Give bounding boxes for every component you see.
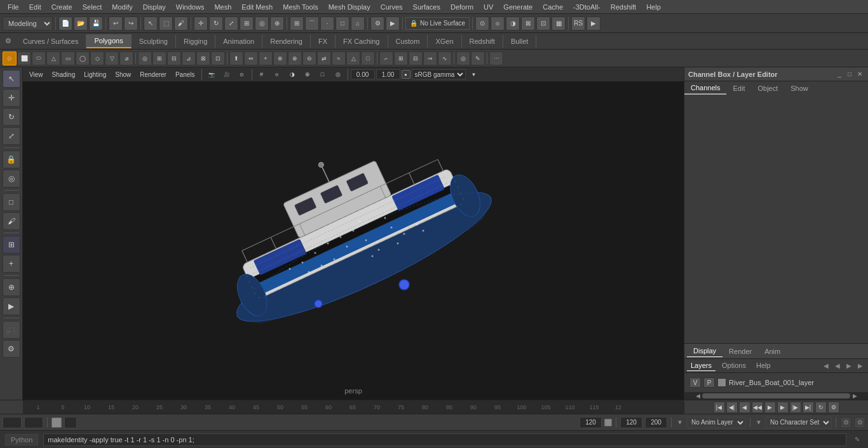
vp-wire-btn[interactable]: ⌾: [270, 67, 284, 81]
scrollbar-thumb[interactable]: [702, 393, 850, 398]
char-set-select[interactable]: No Character Set: [766, 417, 832, 428]
universal-manip-btn[interactable]: ⊞: [240, 17, 254, 31]
menu-display[interactable]: Display: [138, 2, 171, 12]
timeline-ruler[interactable]: 1 5 10 15 20 25 30 35 40 45 50 55 60 65 …: [23, 400, 684, 414]
save-scene-btn[interactable]: 💾: [89, 17, 103, 31]
layers-sub-tab[interactable]: Layers: [687, 360, 715, 371]
subdiv-cone-btn[interactable]: ⊿: [182, 51, 196, 65]
prev-key-btn[interactable]: ◀|: [726, 402, 738, 413]
subdiv-cube-btn[interactable]: ⊞: [153, 51, 166, 65]
color-space-select[interactable]: sRGB gamma Linear Raw: [412, 69, 466, 79]
cb-maximize-btn[interactable]: □: [845, 70, 854, 79]
gamma-input[interactable]: [351, 69, 375, 79]
play-back-btn[interactable]: ◀◀: [752, 402, 763, 413]
append-btn[interactable]: +: [259, 51, 273, 65]
channel-tab-show[interactable]: Show: [784, 83, 815, 94]
tab-rigging[interactable]: Rigging: [176, 35, 215, 48]
exposure-input[interactable]: [376, 69, 400, 79]
cone-btn[interactable]: △: [46, 51, 60, 65]
mode-selector[interactable]: Modeling Rigging Animation: [3, 17, 53, 31]
color-mode-arrow[interactable]: ▼: [467, 67, 481, 81]
select-tool-btn[interactable]: ↖: [144, 17, 158, 31]
menu-mesh-tools[interactable]: Mesh Tools: [278, 2, 323, 12]
wireframe-on-shade-btn[interactable]: ⌾: [491, 17, 505, 31]
snap-curve-btn[interactable]: ⌒: [305, 17, 319, 31]
undo-btn[interactable]: ↩: [109, 17, 123, 31]
layer-next-btn[interactable]: ▶: [844, 361, 854, 371]
menu-select[interactable]: Select: [78, 2, 107, 12]
render-tab[interactable]: Render: [722, 346, 758, 357]
smooth-btn[interactable]: ≈: [332, 51, 346, 65]
sphere-btn[interactable]: ⊙: [3, 51, 17, 65]
help-sub-tab[interactable]: Help: [752, 360, 775, 371]
menu-edit-mesh[interactable]: Edit Mesh: [236, 2, 278, 12]
triangulate-btn[interactable]: △: [346, 51, 360, 65]
scroll-right-arrow[interactable]: ▶: [850, 392, 859, 400]
insert-loop-btn[interactable]: ⊞: [394, 51, 408, 65]
separate-btn[interactable]: ⊗: [288, 51, 302, 65]
paint-btn[interactable]: 🖌: [3, 212, 20, 230]
camera-btn[interactable]: 🎥: [3, 321, 20, 339]
vp-lighting-menu[interactable]: Lighting: [80, 71, 110, 79]
next-key-btn[interactable]: |▶: [790, 402, 801, 413]
layer-last-btn[interactable]: ▶: [855, 361, 865, 371]
layer-row-boat[interactable]: V P River_Bus_Boat_001_layer: [687, 376, 865, 390]
prism-btn[interactable]: ◇: [90, 51, 104, 65]
channel-tab-channels[interactable]: Channels: [684, 82, 726, 95]
menu-redshift[interactable]: Redshift: [606, 2, 641, 12]
xray-btn[interactable]: ⊙: [475, 17, 489, 31]
target-weld-btn[interactable]: ∿: [438, 51, 452, 65]
vp-manip-btn[interactable]: ⊕: [301, 67, 315, 81]
lasso-tool-btn[interactable]: ⬚: [159, 17, 173, 31]
frame-end-field[interactable]: [580, 417, 602, 428]
soft-mod-btn[interactable]: ◎: [456, 51, 470, 65]
bevel-btn[interactable]: ⌐: [379, 51, 393, 65]
script-editor-btn[interactable]: ✎: [851, 434, 863, 445]
render-ipr-btn[interactable]: ▶: [587, 17, 600, 31]
tab-redshift[interactable]: Redshift: [462, 35, 503, 48]
vp-xray-btn[interactable]: ◑: [285, 67, 299, 81]
scroll-left-arrow[interactable]: ◀: [693, 392, 702, 400]
tool-settings-btn[interactable]: ⚙: [3, 340, 20, 358]
frame-all-btn[interactable]: ⊠: [521, 17, 535, 31]
boolean-btn[interactable]: ⊖: [302, 51, 316, 65]
layer-playback-btn[interactable]: P: [703, 377, 715, 388]
offset-loop-btn[interactable]: ⊟: [409, 51, 423, 65]
anim-tab[interactable]: Anim: [758, 346, 787, 357]
cb-close-btn[interactable]: ✕: [855, 70, 864, 79]
menu-edit[interactable]: Edit: [24, 2, 46, 12]
menu-generate[interactable]: Generate: [498, 2, 538, 12]
quadrangulate-btn[interactable]: □: [361, 51, 375, 65]
scale-tool-btn[interactable]: ⤢: [224, 17, 238, 31]
vp-show-menu[interactable]: Show: [111, 71, 135, 79]
cb-minimize-btn[interactable]: _: [835, 70, 844, 79]
vp-grid-btn[interactable]: #: [255, 67, 269, 81]
tab-rendering[interactable]: Rendering: [262, 35, 311, 48]
playback-start-field[interactable]: [620, 417, 642, 428]
anim-prefs-btn[interactable]: ⚙: [840, 417, 851, 428]
char-set-arrow[interactable]: ▼: [754, 418, 763, 427]
mirror-btn[interactable]: ⇌: [317, 51, 331, 65]
frame-current-input[interactable]: [24, 417, 43, 428]
tab-animation[interactable]: Animation: [215, 35, 262, 48]
layer-scrollbar[interactable]: ◀ ▶: [684, 392, 868, 400]
frame-sel-btn[interactable]: ⊡: [536, 17, 550, 31]
snap-surface-btn[interactable]: ⌂: [351, 17, 365, 31]
vp-cam-icon2[interactable]: 🎥: [220, 67, 234, 81]
tab-xgen[interactable]: XGen: [428, 35, 461, 48]
menu-curves[interactable]: Curves: [376, 2, 408, 12]
menu-cache[interactable]: Cache: [538, 2, 568, 12]
frame-display-input[interactable]: [64, 417, 77, 428]
select-mode-btn[interactable]: ↖: [3, 70, 20, 88]
subdiv-sphere-btn[interactable]: ◎: [138, 51, 152, 65]
new-scene-btn[interactable]: 📄: [58, 17, 72, 31]
subdiv-plane-btn[interactable]: ⊠: [196, 51, 210, 65]
show-manip-lt-btn[interactable]: +: [3, 255, 20, 273]
plane-btn[interactable]: ▭: [61, 51, 75, 65]
vp-cam-icon1[interactable]: 📷: [205, 67, 219, 81]
prev-frame-btn[interactable]: ◀: [739, 402, 750, 413]
vp-shading-menu[interactable]: Shading: [48, 71, 79, 79]
redo-btn[interactable]: ↪: [124, 17, 138, 31]
extrude-btn[interactable]: ⬆: [229, 51, 243, 65]
render-rs-btn[interactable]: RS: [571, 17, 585, 31]
